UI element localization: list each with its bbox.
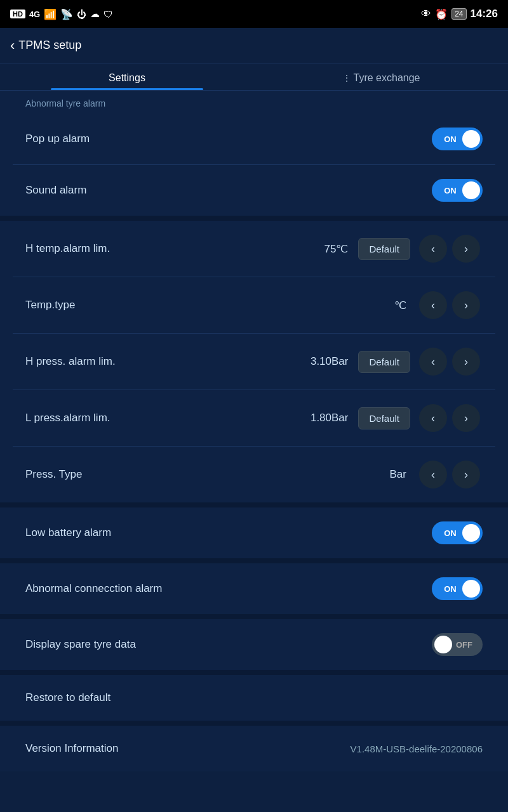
back-arrow-icon: ‹ bbox=[10, 39, 15, 53]
version-info-label: Version Information bbox=[25, 742, 351, 755]
l-press-alarm-controls: Default ‹ › bbox=[358, 404, 483, 432]
l-press-alarm-value: 1.80Bar bbox=[297, 412, 348, 424]
tab-settings[interactable]: Settings bbox=[0, 63, 254, 90]
power-icon: ⏻ bbox=[77, 9, 86, 20]
toggle-knob-connection bbox=[462, 580, 480, 598]
h-temp-increase-button[interactable]: › bbox=[452, 235, 480, 263]
display-spare-tyre-toggle[interactable]: OFF bbox=[432, 633, 483, 656]
tab-tyre-exchange[interactable]: ⋮Tyre exchange bbox=[254, 63, 508, 90]
abnormal-connection-toggle[interactable]: ON bbox=[432, 577, 483, 600]
press-type-label: Press. Type bbox=[25, 468, 356, 481]
row-h-press-alarm: H press. alarm lim. 3.10Bar Default ‹ › bbox=[0, 334, 508, 390]
h-temp-decrease-button[interactable]: ‹ bbox=[419, 235, 447, 263]
l-press-decrease-button[interactable]: ‹ bbox=[419, 404, 447, 432]
toggle-knob-sound bbox=[462, 181, 480, 199]
row-version-info: Version Information V1.48M-USB-deelife-2… bbox=[0, 726, 508, 771]
l-press-increase-button[interactable]: › bbox=[452, 404, 480, 432]
l-press-default-button[interactable]: Default bbox=[358, 407, 410, 429]
row-popup-alarm: Pop up alarm ON bbox=[0, 114, 508, 164]
row-sound-alarm: Sound alarm ON bbox=[0, 165, 508, 216]
toggle-off-label-spare: OFF bbox=[452, 640, 476, 650]
signal-bars-icon: 📶 bbox=[44, 8, 57, 20]
press-type-controls: ‹ › bbox=[417, 461, 483, 488]
h-press-alarm-value: 3.10Bar bbox=[297, 355, 348, 368]
popup-alarm-toggle[interactable]: ON bbox=[432, 128, 483, 150]
h-press-increase-button[interactable]: › bbox=[452, 348, 480, 376]
row-low-battery-alarm: Low battery alarm ON bbox=[0, 508, 508, 558]
cloud-icon: ☁ bbox=[90, 8, 100, 20]
low-battery-alarm-label: Low battery alarm bbox=[25, 527, 432, 539]
h-press-alarm-controls: Default ‹ › bbox=[358, 348, 483, 376]
toggle-on-label-sound: ON bbox=[438, 186, 462, 195]
section-divider-6 bbox=[0, 721, 508, 726]
toggle-on-label: ON bbox=[438, 134, 462, 144]
row-display-spare-tyre: Display spare tyre data OFF bbox=[0, 619, 508, 670]
status-bar: HD 4G 📶 📡 ⏻ ☁ 🛡 👁 ⏰ 24 14:26 bbox=[0, 0, 508, 28]
low-battery-alarm-toggle[interactable]: ON bbox=[432, 521, 483, 544]
h-temp-alarm-value: 75℃ bbox=[297, 242, 348, 256]
toggle-knob-battery bbox=[462, 524, 480, 542]
tab-dots-icon: ⋮ bbox=[342, 73, 351, 83]
section-divider-2 bbox=[0, 502, 508, 508]
press-type-value: Bar bbox=[356, 468, 406, 481]
hd-badge: HD bbox=[10, 10, 25, 18]
section-divider-3 bbox=[0, 558, 508, 563]
temp-type-label: Temp.type bbox=[25, 299, 356, 311]
wifi-icon: 📡 bbox=[60, 8, 73, 20]
h-temp-alarm-label: H temp.alarm lim. bbox=[25, 242, 297, 255]
version-value: V1.48M-USB-deelife-20200806 bbox=[351, 743, 483, 754]
h-press-decrease-button[interactable]: ‹ bbox=[419, 348, 447, 376]
row-press-type: Press. Type Bar ‹ › bbox=[0, 447, 508, 502]
press-type-increase-button[interactable]: › bbox=[452, 461, 480, 488]
h-temp-default-button[interactable]: Default bbox=[358, 238, 410, 260]
temp-type-decrease-button[interactable]: ‹ bbox=[419, 291, 447, 319]
row-abnormal-connection: Abnormal connecction alarm ON bbox=[0, 563, 508, 614]
section-divider-1 bbox=[0, 216, 508, 221]
row-restore-default[interactable]: Restore to default bbox=[0, 675, 508, 721]
top-nav: ‹ TPMS setup bbox=[0, 28, 508, 63]
sound-alarm-label: Sound alarm bbox=[25, 184, 432, 197]
toggle-on-label-battery: ON bbox=[438, 528, 462, 538]
section-divider-4 bbox=[0, 614, 508, 619]
popup-alarm-label: Pop up alarm bbox=[25, 133, 432, 145]
shield-icon: 🛡 bbox=[104, 9, 113, 20]
temp-type-controls: ‹ › bbox=[417, 291, 483, 319]
status-right: 👁 ⏰ 24 14:26 bbox=[421, 8, 498, 20]
temp-type-value: ℃ bbox=[356, 299, 406, 312]
section-divider-5 bbox=[0, 670, 508, 675]
row-temp-type: Temp.type ℃ ‹ › bbox=[0, 277, 508, 333]
restore-default-label: Restore to default bbox=[25, 691, 483, 704]
l-press-alarm-label: L press.alarm lim. bbox=[25, 412, 297, 424]
tab-bar: Settings ⋮Tyre exchange bbox=[0, 63, 508, 91]
signal-4g-icon: 4G bbox=[29, 10, 40, 19]
toggle-knob-spare bbox=[434, 636, 452, 653]
temp-type-increase-button[interactable]: › bbox=[452, 291, 480, 319]
battery-level: 24 bbox=[451, 8, 466, 20]
alarm-icon: ⏰ bbox=[435, 8, 448, 20]
row-h-temp-alarm: H temp.alarm lim. 75℃ Default ‹ › bbox=[0, 221, 508, 277]
h-press-default-button[interactable]: Default bbox=[358, 351, 410, 373]
status-left: HD 4G 📶 📡 ⏻ ☁ 🛡 bbox=[10, 8, 113, 20]
abnormal-connection-label: Abnormal connecction alarm bbox=[25, 582, 432, 595]
h-press-alarm-label: H press. alarm lim. bbox=[25, 355, 297, 368]
press-type-decrease-button[interactable]: ‹ bbox=[419, 461, 447, 488]
time-display: 14:26 bbox=[471, 8, 498, 20]
row-l-press-alarm: L press.alarm lim. 1.80Bar Default ‹ › bbox=[0, 390, 508, 446]
display-spare-tyre-label: Display spare tyre data bbox=[25, 638, 432, 651]
page-title: TPMS setup bbox=[18, 39, 81, 52]
eye-icon: 👁 bbox=[421, 8, 431, 20]
settings-container: Abnormal tyre alarm Pop up alarm ON Soun… bbox=[0, 91, 508, 771]
back-button[interactable]: ‹ TPMS setup bbox=[10, 39, 81, 53]
toggle-on-label-connection: ON bbox=[438, 584, 462, 594]
sound-alarm-toggle[interactable]: ON bbox=[432, 179, 483, 202]
section-label-abnormal: Abnormal tyre alarm bbox=[0, 91, 508, 114]
h-temp-alarm-controls: Default ‹ › bbox=[358, 235, 483, 263]
toggle-knob bbox=[462, 130, 480, 148]
